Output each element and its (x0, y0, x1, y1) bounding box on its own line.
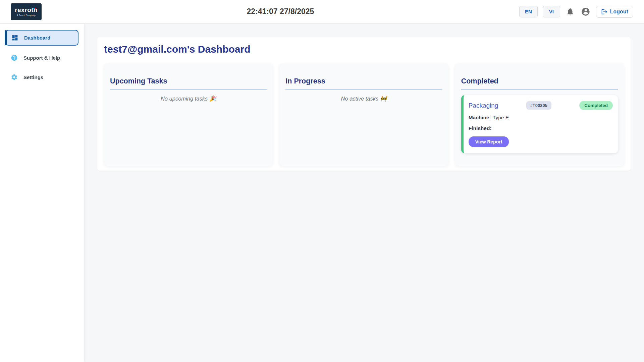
header-actions: EN VI Logout (519, 6, 633, 18)
in-progress-card: In Progress No active tasks 🚧 (279, 64, 448, 166)
page-title: test7@gmail.com's Dashboard (104, 44, 624, 55)
task-machine-row: Machine:Type E (469, 115, 613, 121)
completed-task-item: Packaging #T00205 Completed Machine:Type… (461, 95, 618, 153)
machine-label: Machine: (469, 115, 491, 120)
sidebar-item-dashboard[interactable]: Dashboard (5, 30, 78, 46)
help-icon (11, 54, 18, 61)
task-name-link[interactable]: Packaging (469, 102, 498, 109)
datetime-display: 22:41:07 27/8/2025 (42, 7, 519, 16)
account-button[interactable] (580, 6, 591, 17)
upcoming-tasks-title: Upcoming Tasks (110, 77, 267, 90)
task-finished-row: Finished: (469, 125, 613, 131)
logout-label: Logout (610, 9, 628, 15)
dashboard-icon (11, 34, 18, 41)
logo-subtitle: A Bosch Company (17, 14, 36, 16)
bell-icon (566, 7, 575, 16)
main-content: test7@gmail.com's Dashboard Upcoming Tas… (84, 24, 644, 362)
task-header-row: Packaging #T00205 Completed (469, 101, 613, 110)
in-progress-empty-message: No active tasks 🚧 (285, 96, 443, 102)
logout-icon (601, 8, 608, 15)
logo-accent-mark (32, 8, 36, 9)
sidebar-item-label: Settings (23, 74, 43, 80)
language-en-button[interactable]: EN (519, 6, 538, 17)
machine-value: Type E (493, 115, 509, 120)
upcoming-tasks-card: Upcoming Tasks No upcoming tasks 🎉 (104, 64, 273, 166)
sidebar-item-label: Dashboard (24, 35, 50, 41)
finished-label: Finished: (469, 125, 492, 131)
view-report-button[interactable]: View Report (469, 136, 509, 147)
language-vi-button[interactable]: VI (543, 6, 560, 17)
header: rexroth A Bosch Company 22:41:07 27/8/20… (0, 0, 644, 23)
completed-card: Completed Packaging #T00205 Completed Ma… (455, 64, 624, 166)
rexroth-logo[interactable]: rexroth A Bosch Company (11, 3, 42, 20)
completed-title: Completed (461, 77, 618, 90)
task-columns: Upcoming Tasks No upcoming tasks 🎉 In Pr… (104, 64, 624, 166)
notifications-button[interactable] (565, 7, 575, 17)
sidebar: Dashboard Support & Help Settings (0, 24, 84, 362)
task-status-badge: Completed (579, 101, 613, 110)
task-id-badge: #T00205 (526, 101, 551, 110)
settings-gear-icon (11, 74, 18, 81)
account-circle-icon (581, 7, 590, 16)
logout-button[interactable]: Logout (596, 6, 633, 18)
sidebar-item-support-help[interactable]: Support & Help (5, 51, 78, 65)
sidebar-item-settings[interactable]: Settings (5, 70, 78, 84)
dashboard-panel: test7@gmail.com's Dashboard Upcoming Tas… (97, 37, 631, 171)
in-progress-title: In Progress (285, 77, 442, 90)
sidebar-item-label: Support & Help (23, 55, 60, 61)
upcoming-empty-message: No upcoming tasks 🎉 (109, 96, 267, 102)
